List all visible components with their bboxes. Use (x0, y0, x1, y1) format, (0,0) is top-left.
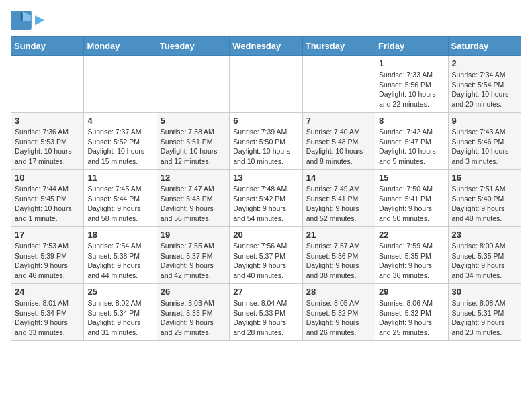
day-info: Sunrise: 7:37 AM Sunset: 5:52 PM Dayligh… (87, 127, 152, 167)
day-info: Sunrise: 8:05 AM Sunset: 5:32 PM Dayligh… (306, 298, 371, 338)
day-info: Sunrise: 7:44 AM Sunset: 5:45 PM Dayligh… (15, 184, 80, 224)
day-number: 17 (15, 230, 80, 240)
calendar-week-row: 24Sunrise: 8:01 AM Sunset: 5:34 PM Dayli… (11, 284, 521, 341)
calendar-day-cell: 13Sunrise: 7:48 AM Sunset: 5:42 PM Dayli… (230, 170, 302, 227)
day-info: Sunrise: 7:57 AM Sunset: 5:36 PM Dayligh… (306, 241, 371, 281)
day-number: 4 (87, 116, 152, 126)
day-info: Sunrise: 8:04 AM Sunset: 5:33 PM Dayligh… (233, 298, 298, 338)
day-info: Sunrise: 7:59 AM Sunset: 5:35 PM Dayligh… (379, 241, 444, 281)
calendar-day-cell: 5Sunrise: 7:38 AM Sunset: 5:51 PM Daylig… (157, 113, 229, 170)
logo: ▶ (11, 11, 44, 30)
calendar-day-cell: 11Sunrise: 7:45 AM Sunset: 5:44 PM Dayli… (84, 170, 157, 227)
calendar-day-cell: 1Sunrise: 7:33 AM Sunset: 5:56 PM Daylig… (375, 56, 448, 113)
calendar-day-cell: 14Sunrise: 7:49 AM Sunset: 5:41 PM Dayli… (302, 170, 375, 227)
calendar-body: 1Sunrise: 7:33 AM Sunset: 5:56 PM Daylig… (11, 56, 521, 341)
day-info: Sunrise: 7:34 AM Sunset: 5:54 PM Dayligh… (452, 70, 517, 109)
day-info: Sunrise: 7:36 AM Sunset: 5:53 PM Dayligh… (15, 127, 80, 167)
day-info: Sunrise: 8:01 AM Sunset: 5:34 PM Dayligh… (15, 298, 80, 338)
calendar-day-cell: 9Sunrise: 7:43 AM Sunset: 5:46 PM Daylig… (448, 113, 521, 170)
day-number: 5 (161, 116, 226, 126)
day-number: 23 (452, 230, 517, 240)
calendar-week-row: 17Sunrise: 7:53 AM Sunset: 5:39 PM Dayli… (11, 227, 521, 284)
calendar-day-cell (302, 56, 375, 113)
day-number: 22 (379, 230, 444, 240)
day-number: 20 (233, 230, 298, 240)
day-info: Sunrise: 7:51 AM Sunset: 5:40 PM Dayligh… (452, 184, 517, 224)
day-number: 9 (452, 116, 517, 126)
day-info: Sunrise: 7:48 AM Sunset: 5:42 PM Dayligh… (233, 184, 298, 224)
day-info: Sunrise: 7:49 AM Sunset: 5:41 PM Dayligh… (306, 184, 371, 224)
day-number: 18 (87, 230, 152, 240)
calendar-day-cell (11, 56, 84, 113)
day-info: Sunrise: 7:53 AM Sunset: 5:39 PM Dayligh… (15, 241, 80, 281)
day-number: 2 (452, 58, 517, 68)
day-number: 8 (379, 116, 444, 126)
day-info: Sunrise: 8:06 AM Sunset: 5:32 PM Dayligh… (379, 298, 444, 338)
calendar-day-cell: 22Sunrise: 7:59 AM Sunset: 5:35 PM Dayli… (375, 227, 448, 284)
day-number: 14 (306, 173, 371, 183)
day-number: 7 (306, 116, 371, 126)
calendar-day-cell: 12Sunrise: 7:47 AM Sunset: 5:43 PM Dayli… (157, 170, 229, 227)
day-number: 19 (161, 230, 226, 240)
day-number: 30 (452, 287, 517, 297)
calendar-day-header: Wednesday (230, 37, 302, 56)
calendar-day-cell (84, 56, 157, 113)
calendar-day-cell: 29Sunrise: 8:06 AM Sunset: 5:32 PM Dayli… (375, 284, 448, 341)
calendar-table: SundayMondayTuesdayWednesdayThursdayFrid… (11, 36, 521, 341)
calendar-day-cell (230, 56, 302, 113)
day-info: Sunrise: 7:38 AM Sunset: 5:51 PM Dayligh… (161, 127, 226, 167)
day-number: 11 (87, 173, 152, 183)
logo-icon (11, 11, 32, 30)
calendar-day-header: Monday (84, 37, 157, 56)
calendar-day-cell: 3Sunrise: 7:36 AM Sunset: 5:53 PM Daylig… (11, 113, 84, 170)
day-number: 12 (161, 173, 226, 183)
calendar-day-cell: 2Sunrise: 7:34 AM Sunset: 5:54 PM Daylig… (448, 56, 521, 113)
day-number: 28 (306, 287, 371, 297)
day-number: 16 (452, 173, 517, 183)
day-info: Sunrise: 8:08 AM Sunset: 5:31 PM Dayligh… (452, 298, 517, 338)
calendar-day-cell: 27Sunrise: 8:04 AM Sunset: 5:33 PM Dayli… (230, 284, 302, 341)
calendar-day-cell (157, 56, 229, 113)
day-info: Sunrise: 7:33 AM Sunset: 5:56 PM Dayligh… (379, 70, 444, 109)
day-info: Sunrise: 7:47 AM Sunset: 5:43 PM Dayligh… (161, 184, 226, 224)
calendar-day-cell: 18Sunrise: 7:54 AM Sunset: 5:38 PM Dayli… (84, 227, 157, 284)
calendar-day-cell: 17Sunrise: 7:53 AM Sunset: 5:39 PM Dayli… (11, 227, 84, 284)
day-info: Sunrise: 7:56 AM Sunset: 5:37 PM Dayligh… (233, 241, 298, 281)
calendar-day-cell: 24Sunrise: 8:01 AM Sunset: 5:34 PM Dayli… (11, 284, 84, 341)
day-number: 26 (161, 287, 226, 297)
calendar-day-cell: 8Sunrise: 7:42 AM Sunset: 5:47 PM Daylig… (375, 113, 448, 170)
day-info: Sunrise: 7:54 AM Sunset: 5:38 PM Dayligh… (87, 241, 152, 281)
calendar-day-cell: 10Sunrise: 7:44 AM Sunset: 5:45 PM Dayli… (11, 170, 84, 227)
day-info: Sunrise: 8:00 AM Sunset: 5:35 PM Dayligh… (452, 241, 517, 281)
day-info: Sunrise: 7:50 AM Sunset: 5:41 PM Dayligh… (379, 184, 444, 224)
day-info: Sunrise: 7:43 AM Sunset: 5:46 PM Dayligh… (452, 127, 517, 167)
day-info: Sunrise: 7:45 AM Sunset: 5:44 PM Dayligh… (87, 184, 152, 224)
day-number: 3 (15, 116, 80, 126)
day-info: Sunrise: 7:42 AM Sunset: 5:47 PM Dayligh… (379, 127, 444, 167)
calendar-day-cell: 30Sunrise: 8:08 AM Sunset: 5:31 PM Dayli… (448, 284, 521, 341)
day-number: 6 (233, 116, 298, 126)
page-header: ▶ (11, 11, 521, 30)
day-number: 1 (379, 58, 444, 68)
calendar-day-cell: 28Sunrise: 8:05 AM Sunset: 5:32 PM Dayli… (302, 284, 375, 341)
day-number: 29 (379, 287, 444, 297)
calendar-week-row: 3Sunrise: 7:36 AM Sunset: 5:53 PM Daylig… (11, 113, 521, 170)
calendar-day-cell: 6Sunrise: 7:39 AM Sunset: 5:50 PM Daylig… (230, 113, 302, 170)
calendar-day-cell: 25Sunrise: 8:02 AM Sunset: 5:34 PM Dayli… (84, 284, 157, 341)
day-number: 10 (15, 173, 80, 183)
calendar-day-cell: 21Sunrise: 7:57 AM Sunset: 5:36 PM Dayli… (302, 227, 375, 284)
calendar-day-header: Sunday (11, 37, 84, 56)
calendar-day-cell: 15Sunrise: 7:50 AM Sunset: 5:41 PM Dayli… (375, 170, 448, 227)
calendar-day-cell: 16Sunrise: 7:51 AM Sunset: 5:40 PM Dayli… (448, 170, 521, 227)
day-info: Sunrise: 7:39 AM Sunset: 5:50 PM Dayligh… (233, 127, 298, 167)
calendar-day-cell: 20Sunrise: 7:56 AM Sunset: 5:37 PM Dayli… (230, 227, 302, 284)
day-number: 13 (233, 173, 298, 183)
calendar-day-header: Saturday (448, 37, 521, 56)
day-number: 25 (87, 287, 152, 297)
day-number: 21 (306, 230, 371, 240)
calendar-day-header: Friday (375, 37, 448, 56)
calendar-day-header: Thursday (302, 37, 375, 56)
logo-line1: ▶ (35, 13, 44, 27)
calendar-week-row: 10Sunrise: 7:44 AM Sunset: 5:45 PM Dayli… (11, 170, 521, 227)
calendar-day-cell: 4Sunrise: 7:37 AM Sunset: 5:52 PM Daylig… (84, 113, 157, 170)
